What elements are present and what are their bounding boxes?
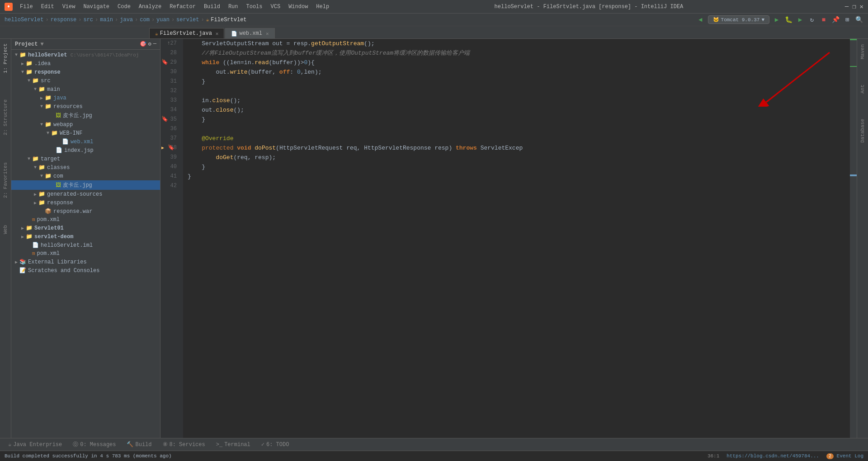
event-log-button[interactable]: 2 Event Log (826, 453, 863, 459)
menu-build[interactable]: Build (200, 3, 224, 11)
sidebar-minimize-icon[interactable]: — (153, 41, 156, 47)
tree-item-war[interactable]: 📦 response.war (11, 207, 160, 216)
right-tool-tabs: Maven Ant Database (857, 39, 868, 438)
run-icon[interactable]: ▶ (772, 15, 781, 24)
menu-view[interactable]: View (59, 3, 79, 11)
tree-item-main[interactable]: ▼ 📁 main (11, 85, 160, 94)
tree-item-indexjsp[interactable]: 📄 index.jsp (11, 146, 160, 155)
breadcrumb-com[interactable]: com (140, 17, 150, 23)
bottom-tab-terminal[interactable]: >_ Terminal (212, 441, 255, 449)
tree-item-response[interactable]: ▼ 📁 response (11, 68, 160, 76)
run-config-button[interactable]: 🐱 Tomcat 9.0.37 ▼ (708, 15, 769, 24)
tree-item-webxml[interactable]: 📄 web.xml (11, 137, 160, 146)
menu-navigate[interactable]: Navigate (80, 3, 113, 11)
vtab-database[interactable]: Database (859, 115, 867, 146)
tree-item-target[interactable]: ▼ 📁 target (11, 155, 160, 163)
tree-label-pikachu-selected: 皮卡丘.jpg (63, 181, 92, 189)
breadcrumb-src[interactable]: src (83, 17, 93, 23)
vtab-web[interactable]: Web (1, 221, 9, 238)
menu-edit[interactable]: Edit (38, 3, 58, 11)
tree-label-pom-root: pom.xml (37, 250, 60, 257)
layout-icon[interactable]: ⊞ (843, 15, 852, 24)
coverage-icon[interactable]: ▶ (796, 15, 805, 24)
debug-icon[interactable]: 🐛 (784, 15, 793, 24)
tree-item-scratches[interactable]: 📝 Scratches and Consoles (11, 266, 160, 275)
tree-item-generated[interactable]: ▶ 📁 generated-sources (11, 190, 160, 198)
tree-label-java: java (53, 95, 66, 101)
tree-item-idea[interactable]: ▶ 📁 .idea (11, 59, 160, 68)
menu-bar[interactable]: File Edit View Navigate Code Analyze Ref… (16, 3, 333, 11)
breadcrumb-java[interactable]: java (120, 17, 133, 23)
vtab-maven[interactable]: Maven (859, 41, 867, 63)
tree-label-webapp: webapp (53, 122, 73, 128)
run-config-dropdown-icon[interactable]: ▼ (761, 17, 764, 23)
status-url: https://blog.csdn.net/459784... (726, 453, 819, 459)
maximize-button[interactable]: ❐ (852, 3, 856, 10)
menu-tools[interactable]: Tools (243, 3, 266, 11)
breadcrumb-yuan[interactable]: yuan (156, 17, 170, 23)
bottom-tabs: ☕ Java Enterprise ⓪ 0: Messages 🔨 Build … (0, 438, 868, 451)
tree-item-webinf[interactable]: ▼ 📁 WEB-INF (11, 129, 160, 137)
menu-window[interactable]: Window (285, 3, 311, 11)
menu-help[interactable]: Help (312, 3, 333, 11)
breadcrumb-file[interactable]: FileSrtvlet (211, 17, 246, 23)
minimize-button[interactable]: — (845, 3, 849, 10)
tree-item-response-target[interactable]: ▶ 📁 response (11, 198, 160, 207)
breadcrumb-servlet[interactable]: servlet (176, 17, 199, 23)
tree-item-external-libs[interactable]: ▶ 📚 External Libraries (11, 258, 160, 266)
vtab-favorites[interactable]: 2: Favorites (1, 159, 9, 202)
vtab-ant[interactable]: Ant (859, 81, 867, 97)
bottom-tab-todo[interactable]: ✓ 6: TODO (257, 440, 294, 449)
code-editor[interactable]: ServletOutputStream out = resp.getOutput… (183, 39, 850, 438)
tab-close-webxml[interactable]: ✕ (266, 31, 269, 37)
tree-item-iml[interactable]: 📄 helloServlet.iml (11, 241, 160, 249)
breadcrumb-main[interactable]: main (100, 17, 113, 23)
build-icon: 🔨 (127, 441, 133, 448)
tab-close-fileservlet[interactable]: ✕ (216, 31, 219, 37)
menu-vcs[interactable]: VCS (267, 3, 284, 11)
bottom-tab-messages[interactable]: ⓪ 0: Messages (68, 440, 120, 449)
tree-label-idea: .idea (34, 61, 51, 67)
sidebar-settings-icon[interactable]: ⚙ (148, 41, 151, 47)
tree-item-pom-root[interactable]: m pom.xml (11, 249, 160, 258)
vtab-project[interactable]: 1: Project (1, 41, 9, 76)
menu-analyze[interactable]: Analyze (135, 3, 165, 11)
tab-fileservlet[interactable]: ☕ FileSrtvlet.java ✕ (149, 28, 224, 38)
tree-item-src[interactable]: ▼ 📁 src (11, 76, 160, 85)
sidebar-dropdown-icon[interactable]: ▼ (40, 41, 43, 47)
bottom-tab-services[interactable]: ⑧ 8: Services (158, 440, 210, 449)
tree-item-classes[interactable]: ▼ 📁 classes (11, 163, 160, 172)
tree-item-pikachu-selected[interactable]: 🖼 皮卡丘.jpg (11, 180, 160, 190)
tree-item-servlet01[interactable]: ▶ 📁 Servlet01 (11, 224, 160, 232)
tree-label-indexjsp: index.jsp (64, 147, 94, 154)
tree-item-webapp[interactable]: ▼ 📁 webapp (11, 120, 160, 129)
tree-item-servletdeom[interactable]: ▶ 📁 servlet-deom (11, 232, 160, 241)
tree-item-helloservlet[interactable]: ▼ 📁 helloServlet C:\Users\86147\IdeaProj (11, 51, 160, 59)
messages-icon: ⓪ (73, 441, 78, 448)
menu-code[interactable]: Code (114, 3, 134, 11)
tree-item-com[interactable]: ▼ 📁 com (11, 172, 160, 180)
bottom-tab-build[interactable]: 🔨 Build (122, 440, 156, 449)
tree-item-pikachu-resources[interactable]: 🖼 皮卡丘.jpg (11, 111, 160, 120)
sidebar-locate-icon[interactable]: 🎯 (140, 41, 146, 47)
breadcrumb-project[interactable]: helloServlet (5, 17, 43, 23)
stop-icon[interactable]: ■ (819, 15, 828, 24)
vtab-structure[interactable]: 2: Structure (1, 96, 9, 139)
refresh-icon[interactable]: ↻ (807, 15, 816, 24)
tree-item-java[interactable]: ▶ 📁 java (11, 94, 160, 102)
menu-run[interactable]: Run (225, 3, 242, 11)
bottom-tab-java-enterprise[interactable]: ☕ Java Enterprise (4, 440, 66, 449)
search-icon[interactable]: 🔍 (854, 15, 863, 24)
tree-item-pom-response[interactable]: m pom.xml (11, 216, 160, 224)
xml-file-icon: 📄 (231, 31, 237, 37)
breadcrumb-response[interactable]: response (51, 17, 77, 23)
gutter-27: ↑27 (160, 39, 179, 48)
menu-file[interactable]: File (16, 3, 37, 11)
tree-item-resources[interactable]: ▼ 📁 resources (11, 102, 160, 111)
close-button[interactable]: ✕ (860, 3, 863, 10)
tab-webxml[interactable]: 📄 web.xml ✕ (225, 28, 274, 38)
pin-icon[interactable]: 📌 (831, 15, 840, 24)
window-controls[interactable]: — ❐ ✕ (845, 3, 863, 10)
undo-icon[interactable]: ◄ (696, 15, 705, 24)
menu-refactor[interactable]: Refactor (166, 3, 199, 11)
